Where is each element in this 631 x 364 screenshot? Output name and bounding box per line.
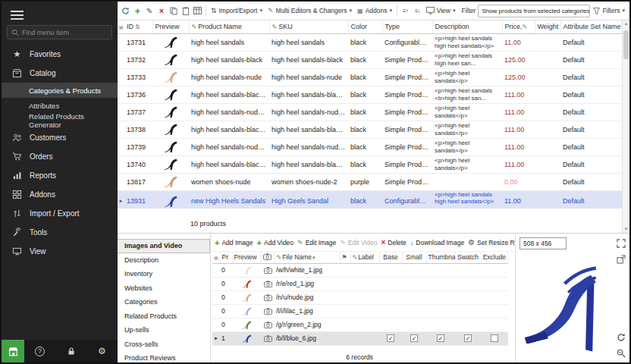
product-row[interactable]: 13731high heel sandalshigh heel sandalsb… (118, 33, 622, 51)
add-video-button[interactable]: +Add Video (257, 238, 294, 247)
product-row[interactable]: 13817women shoes-nudewomen shoes-nude-2p… (118, 173, 622, 190)
column-header-product-name[interactable]: ✎Product Name (189, 20, 269, 33)
tab-images-and-video[interactable]: Images and Video (118, 239, 210, 253)
column-header-weight[interactable]: Weight (535, 20, 560, 33)
column-header-price[interactable]: Price,✎ (502, 20, 535, 33)
product-row[interactable]: 13733high heel sandals-nudehigh heel san… (118, 68, 622, 86)
column-header-swatch[interactable]: Swatch (455, 252, 481, 263)
sidebar-item-tools[interactable]: Tools (2, 223, 118, 242)
column-header-thumbnail[interactable]: Thumbna (426, 252, 455, 263)
column-header-description[interactable]: Description (432, 20, 502, 33)
zoom-icon[interactable] (616, 348, 626, 359)
sidebar-item-favorites[interactable]: ★ Favorites (2, 45, 118, 64)
tab-websites[interactable]: Websites (118, 281, 210, 296)
sidebar-item-view[interactable]: View (2, 242, 118, 261)
sidebar-item-import-export[interactable]: Import / Export (2, 204, 118, 223)
sidebar-item-attributes[interactable]: Attributes (2, 98, 118, 113)
product-row[interactable]: 13740high heel sandals-black-38high heel… (118, 155, 622, 173)
tab-inventory[interactable]: Inventory (118, 267, 210, 281)
media-row[interactable]: 0/r/e/red_1.jpg (212, 277, 508, 290)
delete-image-button[interactable]: ×Delete (381, 238, 406, 246)
gear-icon[interactable]: ⚙ (86, 346, 118, 356)
sidebar-item-customers[interactable]: Customers (2, 128, 118, 147)
filters-menu[interactable]: Filters▾ (591, 4, 627, 18)
media-row[interactable]: 0/g/r/green_2.jpg (212, 318, 508, 331)
scrollbar-thumb[interactable] (623, 30, 629, 59)
base-checkbox[interactable]: ✓ (387, 334, 394, 342)
media-row[interactable]: ▸1/b/l/blue_6.jpg✓✓✓✓ (212, 331, 508, 345)
sidebar-item-catalog[interactable]: Catalog (2, 64, 118, 83)
columns-button[interactable] (192, 4, 203, 18)
exclude-checkbox[interactable] (491, 334, 498, 342)
small-checkbox[interactable]: ✓ (410, 334, 418, 342)
product-row[interactable]: 13736high heel sandals-black-36high heel… (118, 86, 622, 103)
delete-product-button[interactable]: × (156, 4, 168, 18)
flag-column-header[interactable]: ⚑ (340, 252, 350, 263)
open-external-icon[interactable] (616, 254, 626, 265)
help-icon[interactable]: ? (24, 347, 55, 356)
tab-up-sells[interactable]: Up-sells (118, 323, 210, 337)
edit-image-button[interactable]: ✎Edit Image (297, 239, 336, 246)
lock-icon[interactable] (55, 347, 86, 356)
column-header-color[interactable]: Color (348, 20, 382, 33)
media-row[interactable]: 0/l/i/lilac_1.jpg (212, 304, 508, 318)
scroll-up-arrow[interactable]: ▲ (623, 20, 629, 27)
add-image-button[interactable]: +Add Image (215, 238, 253, 247)
product-row[interactable]: ▸13931new High Heels SandalsHigh Geels S… (118, 190, 622, 209)
tab-description[interactable]: Description (118, 253, 210, 268)
swatch-checkbox[interactable]: ✓ (464, 334, 472, 342)
image-size-field[interactable]: 508 x 456 (520, 237, 567, 249)
thumbnail-checkbox[interactable]: ✓ (437, 334, 444, 342)
add-product-button[interactable]: + (132, 4, 143, 18)
column-header-attribute-set[interactable]: Attribute Set Name (560, 20, 622, 33)
tab-related-products[interactable]: Related Products (118, 309, 210, 324)
sort-descending-icon[interactable]: ≡↓ (412, 4, 423, 18)
store-manager-icon[interactable] (2, 340, 24, 362)
product-row[interactable]: 13732high heel sandals-blackhigh heel sa… (118, 51, 622, 68)
menu-icon[interactable] (11, 8, 24, 22)
sort-ascending-icon[interactable]: ≡↑ (400, 4, 411, 18)
column-header-exclude[interactable]: Exclude (481, 252, 508, 263)
sidebar-item-related-products-generator[interactable]: Related Products Generator (2, 113, 118, 128)
download-image-button[interactable]: ↓Download Image (410, 239, 464, 246)
media-row[interactable]: 0/n/u/nude.jpg (212, 290, 508, 304)
media-row[interactable]: 0/w/h/white_1.jpg (212, 263, 508, 277)
column-header-label[interactable]: ✎Label (350, 252, 379, 263)
sidebar-item-orders[interactable]: Orders (2, 147, 118, 166)
tab-categories[interactable]: Categories (118, 295, 210, 309)
column-header-sku[interactable]: ✎SKU (269, 20, 348, 33)
paste-button[interactable] (180, 4, 191, 18)
column-header-type[interactable]: Type (382, 20, 432, 33)
column-header-id[interactable]: ID⇅ (124, 20, 152, 33)
set-resize-rule-button[interactable]: ⚙Set Resize Rule▾ (468, 238, 515, 246)
sidebar-item-reports[interactable]: Reports (2, 166, 118, 185)
vertical-scrollbar[interactable]: ▲ ▼ (622, 20, 629, 233)
product-row[interactable]: 13739high heel sandals-nude-37high heel … (118, 138, 622, 155)
column-header-preview[interactable]: Preview (232, 252, 261, 263)
tab-cross-sells[interactable]: Cross-sells (118, 337, 210, 352)
addons-menu[interactable]: ▦ Addons▾ (355, 4, 394, 18)
camera-column-header[interactable] (261, 252, 275, 263)
product-row[interactable]: 13738high heel sandals-black-37high heel… (118, 121, 622, 138)
sidebar-item-categories-products[interactable]: Categories & Products (2, 83, 118, 98)
import-export-menu[interactable]: ⇅ Import/Export▾ (209, 4, 265, 18)
column-header-base[interactable]: Base (379, 252, 402, 263)
edit-product-button[interactable]: ✎ (144, 4, 155, 18)
sidebar-item-addons[interactable]: Addons (2, 185, 118, 204)
scroll-down-arrow[interactable]: ▼ (623, 226, 629, 233)
rotate-icon[interactable] (616, 332, 626, 343)
product-row[interactable]: 13737high heel sandals-nude-36high heel … (118, 103, 622, 121)
multi-editors-menu[interactable]: ✎ Multi Editors & Changers▾ (265, 4, 354, 18)
column-header-file-name[interactable]: ✎File Name▾ (275, 252, 340, 263)
column-header-small[interactable]: Small (402, 252, 426, 263)
sidebar-search-input[interactable] (22, 29, 108, 36)
plus-icon: + (257, 238, 262, 247)
fullscreen-icon[interactable] (616, 238, 626, 249)
refresh-button[interactable] (120, 4, 131, 18)
filter-select[interactable]: Show products from selected categories▾ (478, 5, 590, 17)
view-menu[interactable]: View▾ (424, 4, 458, 18)
column-header-preview[interactable]: Preview (152, 20, 189, 33)
copy-button[interactable] (168, 4, 179, 18)
column-header-priority[interactable]: Pr (220, 252, 232, 263)
tab-product-reviews[interactable]: Product Reviews (118, 351, 210, 364)
